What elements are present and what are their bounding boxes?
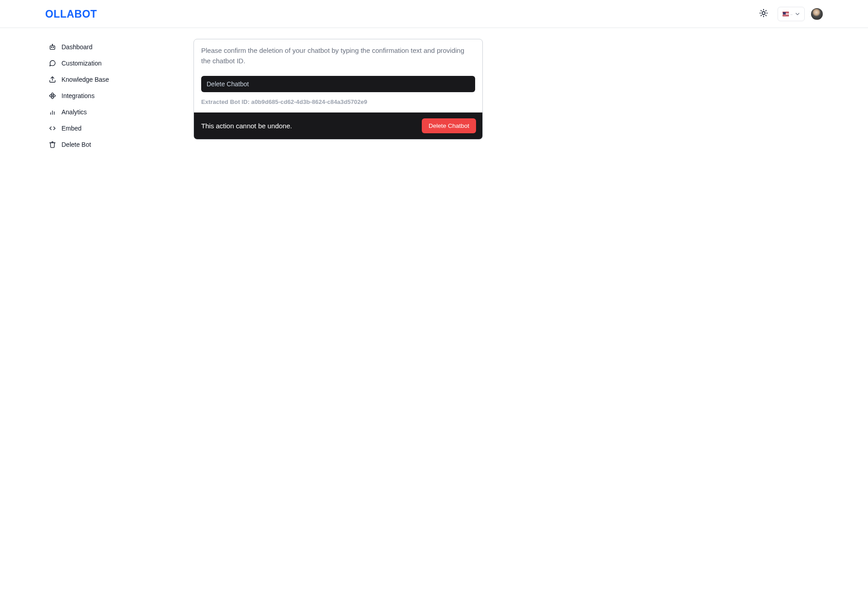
card-body: Please confirm the deletion of your chat… (194, 39, 482, 112)
app-header: OLLABOT .. (0, 0, 868, 28)
svg-rect-17 (51, 96, 54, 99)
brand-logo[interactable]: OLLABOT (45, 7, 97, 20)
header-actions: .. (756, 6, 823, 22)
warning-text: This action cannot be undone. (201, 122, 292, 130)
svg-line-3 (761, 10, 761, 11)
trash-icon (49, 141, 56, 148)
svg-rect-15 (49, 94, 52, 97)
extracted-bot-id: Extracted Bot ID: a0b9d685-cd62-4d3b-862… (201, 98, 475, 105)
svg-point-10 (52, 44, 52, 45)
svg-point-12 (53, 47, 53, 47)
code-icon (49, 125, 56, 132)
user-avatar[interactable] (811, 8, 823, 20)
svg-point-0 (762, 12, 765, 15)
confirmation-input[interactable] (201, 76, 475, 92)
sidebar-item-label: Integrations (61, 92, 94, 99)
delete-card: Please confirm the deletion of your chat… (193, 39, 483, 140)
lang-separator: .. (791, 12, 793, 16)
sidebar-item-analytics[interactable]: Analytics (45, 105, 190, 119)
page-layout: Dashboard Customization Knowledge Base (0, 28, 868, 154)
bar-chart-icon (49, 108, 56, 116)
upload-icon (49, 76, 56, 83)
delete-chatbot-button[interactable]: Delete Chatbot (422, 118, 476, 133)
chat-icon (49, 60, 56, 67)
sidebar-item-label: Knowledge Base (61, 76, 109, 83)
svg-line-4 (765, 15, 766, 16)
sidebar-item-delete-bot[interactable]: Delete Bot (45, 137, 190, 152)
theme-toggle-button[interactable] (756, 6, 771, 22)
sidebar-item-label: Customization (61, 60, 102, 67)
sidebar-item-knowledge-base[interactable]: Knowledge Base (45, 72, 190, 87)
chevron-down-icon (794, 11, 801, 17)
sidebar-item-integrations[interactable]: Integrations (45, 89, 190, 103)
svg-rect-14 (51, 93, 54, 95)
sidebar-item-label: Embed (61, 125, 81, 132)
instruction-text: Please confirm the deletion of your chat… (201, 46, 475, 66)
us-flag-icon (783, 12, 789, 16)
main-content: Please confirm the deletion of your chat… (193, 39, 483, 154)
svg-rect-9 (50, 46, 55, 49)
sidebar-item-label: Dashboard (61, 43, 93, 51)
sun-icon (759, 9, 768, 19)
sidebar-item-customization[interactable]: Customization (45, 56, 190, 70)
svg-point-11 (51, 47, 52, 47)
component-icon (49, 92, 56, 99)
sidebar-nav: Dashboard Customization Knowledge Base (45, 39, 190, 154)
sidebar-item-label: Delete Bot (61, 141, 91, 148)
svg-rect-16 (53, 94, 56, 97)
card-footer: This action cannot be undone. Delete Cha… (194, 112, 482, 139)
sidebar-item-dashboard[interactable]: Dashboard (45, 40, 190, 54)
svg-line-7 (761, 15, 761, 16)
svg-line-8 (765, 10, 766, 11)
sidebar-item-label: Analytics (61, 108, 87, 116)
language-selector[interactable]: .. (778, 7, 805, 21)
sidebar-item-embed[interactable]: Embed (45, 121, 190, 136)
bot-icon (49, 43, 56, 51)
